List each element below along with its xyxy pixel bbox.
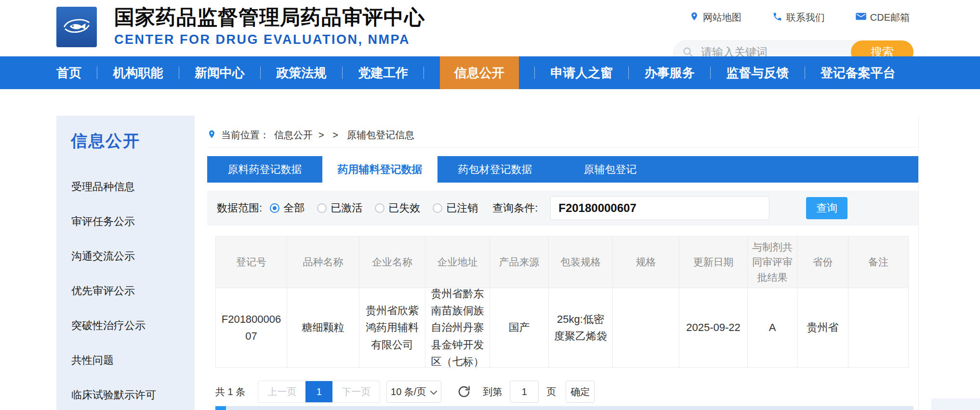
page-unit-label: 页	[546, 385, 556, 398]
nav-item-party[interactable]: 党建工作	[358, 56, 408, 89]
sidebar-item-priority-review[interactable]: 优先审评公示	[56, 274, 195, 308]
radio-option-expired[interactable]: 已失效	[375, 201, 420, 215]
column-header-company-name: 企业名称	[359, 237, 425, 288]
column-header-province: 省份	[797, 237, 848, 288]
mailbox-link[interactable]: CDE邮箱	[856, 11, 910, 24]
column-header-product-origin: 产品来源	[490, 237, 549, 288]
cell-registration-no: F20180000607	[216, 288, 287, 368]
cell-update-date: 2025-09-22	[679, 288, 748, 368]
page-size-value: 10 条/页	[391, 385, 426, 398]
sidebar-list: 受理品种信息 审评任务公示 沟通交流公示 优先审评公示 突破性治疗公示 共性问题…	[56, 170, 195, 410]
nav-item-services[interactable]: 办事服务	[645, 56, 695, 89]
nav-item-supervision[interactable]: 监督与反馈	[726, 56, 789, 89]
total-count-label: 共 1 条	[215, 385, 245, 398]
radio-label: 已注销	[446, 201, 478, 215]
column-header-remarks: 备注	[848, 237, 909, 288]
data-tabs: 原料药登记数据 药用辅料登记数据 药包材登记数据 原辅包登记	[207, 156, 918, 183]
nav-separator	[710, 66, 711, 79]
radio-icon[interactable]	[317, 203, 327, 213]
nav-item-home[interactable]: 首页	[56, 56, 81, 89]
sidebar: 信息公开 受理品种信息 审评任务公示 沟通交流公示 优先审评公示 突破性治疗公示…	[56, 116, 195, 410]
breadcrumb-prefix: 当前位置：	[221, 129, 269, 142]
radio-option-activated[interactable]: 已激活	[317, 201, 362, 215]
cell-packaging-spec: 25kg:低密度聚乙烯袋	[549, 288, 613, 368]
scope-label: 数据范围:	[217, 201, 262, 215]
column-header-variety-name: 品种名称	[287, 237, 359, 288]
cell-spec	[613, 288, 679, 368]
sitemap-link-label: 网站地图	[703, 11, 742, 24]
fish-logo-icon	[61, 14, 93, 40]
nav-separator	[424, 66, 424, 79]
cell-joint-review-result: A	[748, 288, 797, 368]
sidebar-item-communication[interactable]: 沟通交流公示	[56, 239, 195, 274]
sitemap-link[interactable]: 网站地图	[689, 11, 742, 25]
envelope-icon	[856, 12, 866, 23]
sidebar-title: 信息公开	[71, 130, 195, 152]
cell-product-origin: 国产	[490, 288, 549, 368]
goto-page-input[interactable]	[510, 381, 539, 403]
phone-icon	[772, 12, 782, 24]
breadcrumb-section[interactable]: 信息公开	[274, 129, 313, 142]
header-links: 网站地图 联系我们 CDE邮箱	[689, 11, 910, 25]
radio-option-cancelled[interactable]: 已注销	[433, 201, 478, 215]
nav-separator	[179, 66, 179, 79]
goto-page-label: 到第	[483, 385, 502, 398]
cell-province: 贵州省	[797, 288, 848, 368]
column-header-registration-no: 登记号	[216, 237, 287, 288]
tab-packaging-registration[interactable]: 药包材登记数据	[437, 156, 553, 183]
contact-link[interactable]: 联系我们	[772, 11, 825, 24]
cell-variety-name: 糖细颗粒	[287, 288, 359, 368]
nav-item-information-disclosure[interactable]: 信息公开	[440, 56, 519, 89]
site-title-block: 国家药品监督管理局药品审评中心 CENTER FOR DRUG EVALUATI…	[114, 6, 425, 47]
horizontal-scrollbar[interactable]	[215, 406, 914, 410]
refresh-icon[interactable]	[457, 384, 471, 399]
breadcrumb: 当前位置： 信息公开 > > 原辅包登记信息	[207, 123, 918, 147]
prev-page-button[interactable]: 上一页	[258, 381, 305, 402]
cde-logo[interactable]	[56, 7, 97, 47]
breadcrumb-pin-icon	[207, 128, 216, 143]
scope-options: 全部 已激活 已失效 已注销	[270, 201, 490, 215]
radio-checked-icon[interactable]	[270, 203, 279, 213]
nav-item-registration-platform[interactable]: 登记备案平台	[821, 56, 896, 89]
filter-bar: 数据范围: 全部 已激活 已失效 已注销 查询条件: 查询	[207, 191, 918, 225]
sidebar-item-clinical-trial-approval[interactable]: 临床试验默示许可	[56, 378, 195, 410]
next-page-button[interactable]: 下一页	[332, 381, 380, 402]
bottom-right-panel-edge	[931, 398, 980, 410]
page: 国家药品监督管理局药品审评中心 CENTER FOR DRUG EVALUATI…	[0, 0, 980, 410]
radio-label: 已激活	[331, 201, 362, 215]
tab-raw-aux-pack[interactable]: 原辅包登记	[553, 156, 668, 183]
scrollbar-thumb[interactable]	[215, 406, 226, 410]
nav-item-functions[interactable]: 机构职能	[113, 56, 163, 89]
sidebar-item-breakthrough-therapy[interactable]: 突破性治疗公示	[56, 308, 195, 343]
column-header-company-address: 企业地址	[425, 237, 490, 288]
page-size-select[interactable]: 10 条/页	[386, 381, 441, 403]
main-nav: 首页 机构职能 新闻中心 政策法规 党建工作 信息公开 申请人之窗 办事服务 监…	[0, 56, 980, 89]
nav-item-applicant-window[interactable]: 申请人之窗	[550, 56, 613, 89]
nav-item-news[interactable]: 新闻中心	[195, 56, 245, 89]
nav-item-policies[interactable]: 政策法规	[277, 56, 327, 89]
sidebar-item-common-issues[interactable]: 共性问题	[56, 343, 195, 378]
confirm-button[interactable]: 确定	[566, 381, 595, 403]
radio-option-all[interactable]: 全部	[270, 201, 305, 215]
pager-group: 上一页 1 下一页	[258, 381, 380, 403]
radio-icon[interactable]	[433, 203, 442, 213]
contact-link-label: 联系我们	[786, 11, 825, 24]
nav-separator	[342, 66, 343, 79]
breadcrumb-separator: > >	[318, 130, 341, 141]
query-input[interactable]	[550, 196, 769, 220]
page-number-button[interactable]: 1	[305, 381, 332, 402]
site-title: 国家药品监督管理局药品审评中心	[114, 6, 425, 28]
pagination: 共 1 条 上一页 1 下一页 10 条/页 到第 页 确定	[215, 381, 595, 403]
column-header-spec: 规格	[613, 237, 679, 288]
sidebar-item-accepted-varieties[interactable]: 受理品种信息	[56, 170, 195, 204]
radio-icon[interactable]	[375, 203, 384, 213]
main-nav-inner: 首页 机构职能 新闻中心 政策法规 党建工作 信息公开 申请人之窗 办事服务 监…	[56, 56, 896, 89]
nav-separator	[534, 66, 535, 79]
column-header-joint-review-result: 与制剂共同审评审批结果	[748, 237, 797, 288]
chevron-down-icon	[430, 386, 437, 397]
sidebar-item-review-tasks[interactable]: 审评任务公示	[56, 204, 195, 239]
radio-label: 全部	[283, 201, 305, 215]
tab-api-registration[interactable]: 原料药登记数据	[207, 156, 322, 183]
tab-excipient-registration[interactable]: 药用辅料登记数据	[322, 156, 437, 183]
query-button[interactable]: 查询	[806, 197, 848, 219]
